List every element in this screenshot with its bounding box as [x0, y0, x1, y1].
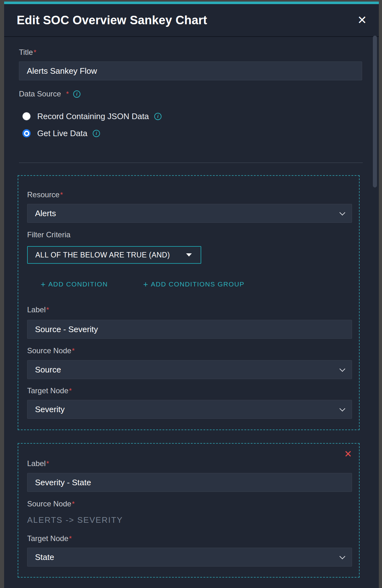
filter-criteria-select[interactable]: ALL OF THE BELOW ARE TRUE (AND): [27, 246, 201, 264]
radio-selected-icon[interactable]: [22, 129, 31, 137]
plus-icon: +: [143, 280, 148, 289]
close-icon[interactable]: ✕: [357, 14, 367, 26]
required-asterisk: *: [33, 48, 36, 56]
label-field-label: Label*: [27, 459, 350, 468]
target-node-label-text: Target Node: [27, 534, 68, 543]
radio-option-get-live-data[interactable]: Get Live Data i: [22, 129, 363, 138]
source-node-static-value: ALERTS -> SEVERITY: [27, 515, 350, 525]
filter-criteria-value: ALL OF THE BELOW ARE TRUE (AND): [35, 251, 170, 259]
add-conditions-group-label: ADD CONDITIONS GROUP: [151, 280, 244, 288]
target-node-label-text: Target Node: [27, 386, 68, 395]
triangle-down-icon: [186, 253, 192, 257]
radio-dot: [25, 132, 28, 135]
modal-title: Edit SOC Overview Sankey Chart: [17, 14, 207, 27]
target-node-label: Target Node*: [27, 386, 350, 395]
add-condition-button[interactable]: + ADD CONDITION: [41, 280, 108, 289]
source-node-label: Source Node*: [27, 346, 350, 355]
label-label-text: Label: [27, 305, 46, 314]
required-asterisk: *: [60, 191, 63, 199]
source-node-select[interactable]: Source: [27, 360, 352, 379]
source-node-select-value: Source: [35, 365, 61, 375]
resource-select[interactable]: Alerts: [27, 204, 352, 223]
condition-links-row: + ADD CONDITION + ADD CONDITIONS GROUP: [27, 280, 350, 288]
required-asterisk: *: [69, 387, 72, 395]
data-source-label-row: Data Source * i: [19, 89, 363, 98]
target-node-select[interactable]: Severity: [27, 400, 352, 419]
label-input[interactable]: [27, 320, 352, 339]
source-node-label-text: Source Node: [27, 499, 71, 508]
section-divider: [19, 163, 363, 163]
edit-sankey-chart-modal: Edit SOC Overview Sankey Chart ✕ Title* …: [4, 2, 379, 588]
scrollbar-thumb[interactable]: [373, 36, 377, 187]
required-asterisk: *: [46, 459, 49, 467]
chevron-down-icon: [339, 406, 345, 411]
target-node-select-value: Severity: [35, 405, 65, 414]
query-config-group: Resource* Alerts Filter Criteria ALL OF …: [18, 175, 360, 430]
info-icon[interactable]: i: [73, 90, 80, 98]
chevron-down-icon: [339, 553, 345, 559]
title-input[interactable]: [19, 61, 362, 80]
remove-link-icon[interactable]: ✕: [344, 449, 352, 459]
label-label-text: Label: [27, 459, 46, 468]
filter-criteria-label: Filter Criteria: [27, 230, 350, 239]
info-icon[interactable]: i: [93, 130, 100, 137]
radio-option-record-json[interactable]: Record Containing JSON Data i: [22, 112, 363, 121]
required-asterisk: *: [72, 500, 75, 508]
title-field-label: Title*: [19, 48, 363, 57]
resource-select-value: Alerts: [35, 209, 56, 218]
chevron-down-icon: [339, 210, 345, 215]
link-config-group-2: ✕ Label* Source Node* ALERTS -> SEVERITY…: [18, 443, 360, 578]
modal-content: Title* Data Source * i Record Containing…: [4, 48, 379, 588]
radio-unselected-icon[interactable]: [22, 112, 31, 120]
resource-label-text: Resource: [27, 190, 60, 199]
radio-ring: [24, 131, 29, 136]
target-node-select-value: State: [35, 552, 54, 562]
title-label-text: Title: [19, 48, 33, 56]
resource-label: Resource*: [27, 190, 350, 199]
info-icon[interactable]: i: [154, 113, 162, 120]
data-source-label: Data Source: [19, 89, 61, 98]
required-asterisk: *: [72, 347, 75, 355]
required-asterisk: *: [66, 90, 69, 98]
source-node-label: Source Node*: [27, 499, 350, 508]
label-input-2[interactable]: [27, 473, 352, 492]
plus-icon: +: [41, 280, 45, 289]
chevron-down-icon: [339, 366, 345, 372]
radio-label: Record Containing JSON Data: [37, 112, 149, 121]
radio-label: Get Live Data: [37, 129, 87, 138]
label-field-label: Label*: [27, 305, 350, 314]
target-node-select-2[interactable]: State: [27, 548, 352, 567]
add-conditions-group-button[interactable]: + ADD CONDITIONS GROUP: [143, 280, 244, 289]
target-node-label: Target Node*: [27, 534, 350, 543]
add-condition-label: ADD CONDITION: [48, 280, 108, 288]
modal-header: Edit SOC Overview Sankey Chart ✕: [4, 4, 379, 37]
required-asterisk: *: [69, 534, 72, 542]
required-asterisk: *: [46, 306, 49, 314]
source-node-label-text: Source Node: [27, 346, 71, 355]
